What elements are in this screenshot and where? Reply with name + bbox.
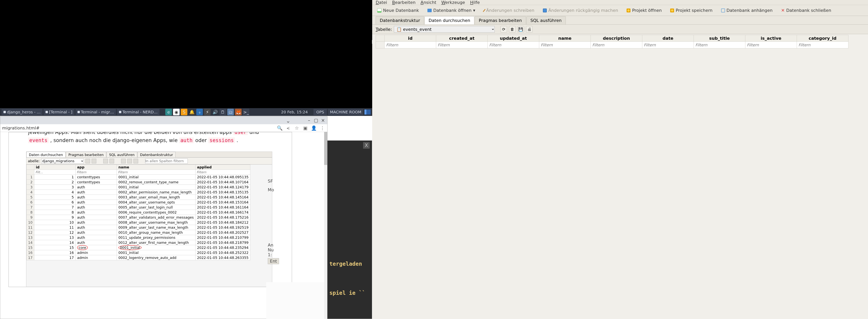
tab-pragmas-bearbeiten[interactable]: Pragmas bearbeiten: [475, 16, 526, 24]
table-row[interactable]: 11contenttypes0001_initial2022-01-05 10:…: [27, 175, 250, 180]
filter-input[interactable]: [642, 42, 693, 48]
taskbar-item[interactable]: [Terminal - ]: [43, 109, 74, 115]
table-select[interactable]: 📋 events_event: [394, 26, 495, 33]
machine-room-button[interactable]: MACHINE ROOM: [328, 109, 363, 115]
menu-ansicht[interactable]: Ansicht: [421, 0, 436, 5]
toolbar-projekt-ffnen[interactable]: Projekt öffnen: [625, 7, 663, 13]
col-header[interactable]: name: [539, 35, 591, 42]
window-maximize-button[interactable]: ▢: [313, 118, 319, 123]
star-icon[interactable]: ☆: [294, 125, 300, 131]
window-titlebar[interactable]: ⌄ – ▢ ×: [0, 116, 327, 124]
filter-input[interactable]: [436, 42, 488, 48]
toolbar-datenbank-ffnen[interactable]: Datenbank öffnen ▾: [426, 7, 477, 13]
col-header[interactable]: name: [117, 165, 195, 170]
table-row[interactable]: 77auth0005_alter_user_last_login_null202…: [27, 205, 250, 210]
filter-input[interactable]: [384, 42, 436, 48]
taskbar-item[interactable]: Terminal - migr…: [75, 109, 116, 115]
refresh-icon[interactable]: [86, 159, 90, 163]
chrome-scrollbar[interactable]: [324, 132, 327, 319]
table-row[interactable]: 1515core0001_initial2022-01-05 10:44:48.…: [27, 245, 250, 250]
table-row[interactable]: 1717admin0002_logentry_remove_auto_add20…: [27, 255, 250, 260]
files-icon[interactable]: 🗂: [227, 109, 234, 115]
profile-icon[interactable]: 👤: [311, 125, 317, 131]
table-row[interactable]: 66auth0004_alter_user_username_opts2022-…: [27, 200, 250, 205]
new-record-icon[interactable]: [103, 159, 108, 163]
vscode-icon[interactable]: ⬨: [196, 109, 203, 115]
edge-icon[interactable]: e: [165, 109, 172, 115]
firefox-icon[interactable]: 🦊: [235, 109, 242, 115]
table-row[interactable]: 1414auth0012_alter_user_first_name_max_l…: [27, 240, 250, 245]
bell-icon[interactable]: 🔔: [188, 109, 195, 115]
print-icon[interactable]: [133, 159, 138, 163]
search-all-input[interactable]: [145, 158, 188, 164]
url-text[interactable]: migrations.html#: [2, 125, 39, 130]
filter-input[interactable]: [34, 170, 75, 174]
table-row[interactable]: 1212auth0010_alter_group_name_max_length…: [27, 230, 250, 235]
menubar[interactable]: Datei Bearbeiten Ansicht Werkzeuge Hilfe: [372, 0, 868, 5]
notes-icon[interactable]: 🗒: [219, 109, 226, 115]
doc-scrollbar[interactable]: [292, 132, 292, 287]
taskbar-item[interactable]: django_heros - …: [2, 109, 42, 115]
menu-werkzeuge[interactable]: Werkzeuge: [441, 0, 465, 5]
col-header[interactable]: sub_title: [694, 35, 745, 42]
col-header[interactable]: is_active: [745, 35, 797, 42]
filter-input[interactable]: [797, 42, 848, 48]
menu-bearbeiten[interactable]: Bearbeiten: [392, 0, 415, 5]
migrations-table[interactable]: idappnameapplied11contenttypes0001_initi…: [26, 165, 250, 260]
col-header[interactable]: id: [384, 35, 436, 42]
col-header[interactable]: updated_at: [488, 35, 539, 42]
filter-input[interactable]: [694, 42, 745, 48]
table-row[interactable]: 88auth0006_require_contenttypes_00022022…: [27, 210, 250, 215]
menu-datei[interactable]: Datei: [376, 0, 387, 5]
tab-pragmas[interactable]: Pragmas bearbeiten: [66, 152, 106, 157]
table-row[interactable]: 1010auth0008_alter_user_username_max_len…: [27, 220, 250, 225]
toolbar-datenbank-anh-ngen[interactable]: Datenbank anhängen: [720, 7, 774, 13]
refresh-icon[interactable]: ⟳: [500, 26, 507, 33]
share-icon[interactable]: ⪪: [285, 125, 291, 131]
filter-input[interactable]: [539, 42, 591, 48]
window-minimize-button[interactable]: –: [306, 118, 312, 123]
export-icon[interactable]: [127, 159, 132, 163]
table-row[interactable]: 1616admin0001_initial2022-01-05 10:44:48…: [27, 250, 250, 255]
clear-icon[interactable]: [92, 159, 96, 163]
taskbar-item[interactable]: Terminal - NERD…: [117, 109, 159, 115]
tab-datenbankstruktur[interactable]: Datenbankstruktur: [376, 16, 424, 24]
chevron-down-icon[interactable]: ⌄: [286, 118, 290, 124]
table-row[interactable]: 44auth0002_alter_permission_name_max_len…: [27, 190, 250, 195]
stop-icon[interactable]: ▣: [303, 125, 308, 131]
save-icon[interactable]: 💾: [518, 26, 524, 33]
print-icon[interactable]: 🖨: [526, 26, 533, 33]
side-ent[interactable]: Ent: [268, 258, 279, 264]
window-close-button[interactable]: ×: [320, 118, 326, 123]
tab-daten-durchsuchen[interactable]: Daten durchsuchen: [26, 152, 65, 157]
delete-record-icon[interactable]: [110, 159, 114, 163]
dropdown-caret-icon[interactable]: ▾: [473, 8, 475, 13]
filter-input[interactable]: [195, 170, 250, 174]
table-row[interactable]: 1313auth0011_update_proxy_permissions202…: [27, 235, 250, 240]
col-header[interactable]: applied: [195, 165, 250, 170]
filter-input[interactable]: [591, 42, 642, 48]
tab-sql[interactable]: SQL ausführen: [106, 152, 137, 157]
tab-sql-ausf-hren[interactable]: SQL ausführen: [526, 16, 566, 24]
ops-button[interactable]: OPS: [313, 109, 327, 115]
toolbar-datenbank-schlie-en[interactable]: ✕Datenbank schließen: [779, 7, 833, 13]
table-row[interactable]: 99auth0007_alter_validators_add_error_me…: [27, 215, 250, 220]
filter-input[interactable]: [488, 42, 539, 48]
table-row[interactable]: 33auth0001_initial2022-01-05 10:44:48.12…: [27, 185, 250, 190]
terminal-icon[interactable]: >_: [243, 109, 249, 115]
insert-icon[interactable]: [121, 159, 126, 163]
power-icon[interactable]: ⚡: [204, 109, 211, 115]
events-table[interactable]: idcreated_atupdated_atnamedescriptiondat…: [376, 35, 848, 49]
filter-input[interactable]: [117, 170, 195, 174]
table-row[interactable]: 55auth0003_alter_user_email_max_length20…: [27, 195, 250, 200]
tab-daten-durchsuchen[interactable]: Daten durchsuchen: [425, 16, 474, 24]
col-header[interactable]: id: [34, 165, 75, 170]
col-header[interactable]: app: [75, 165, 117, 170]
col-header[interactable]: created_at: [436, 35, 488, 42]
chrome-icon[interactable]: ◉: [173, 109, 180, 115]
toolbar-projekt-speichern[interactable]: Projekt speichern: [669, 7, 714, 13]
filter-input[interactable]: [745, 42, 797, 48]
col-header[interactable]: description: [591, 35, 642, 42]
menu-hilfe[interactable]: Hilfe: [470, 0, 480, 5]
col-header[interactable]: category_id: [797, 35, 848, 42]
